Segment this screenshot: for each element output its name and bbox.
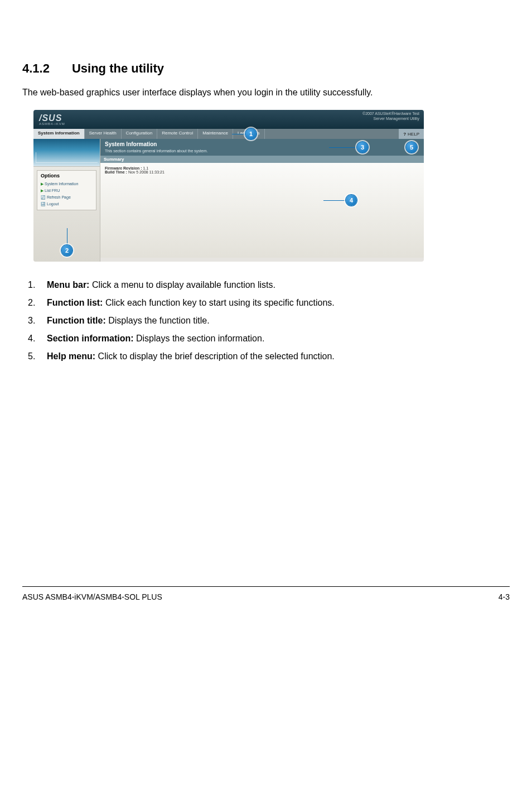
sidebar-item-refresh-page[interactable]: 🔄Refresh Page [41,194,93,201]
tab-server-health[interactable]: Server Health [85,129,122,139]
legend-item: 5. Help menu: Click to display the brief… [28,350,510,363]
legend-bold: Section information: [47,334,134,343]
help-button[interactable]: ? HELP [399,129,424,139]
refresh-icon: 🔄 [41,195,46,199]
legend-bold: Help menu: [47,351,95,361]
summary-bar: Summary [100,156,424,163]
legend-number: 5. [28,350,47,363]
sidebar-item-list-fru[interactable]: ▶List FRU [41,187,93,194]
legend-item: 3. Function title: Displays the function… [28,314,510,327]
legend-rest: Click a menu to display available functi… [89,280,275,290]
utility-screenshot: /SUS ASMB4-iKVM ©2007 ASUSteK®Hardware T… [33,110,424,262]
copyright-line: ©2007 ASUSteK®Hardware Test [362,111,419,116]
legend-rest: Displays the function title. [106,316,210,325]
section-title: Using the utility [72,61,164,75]
info-label: Firmware Revision : [105,166,142,170]
help-label: HELP [408,132,419,137]
legend-rest: Displays the section information. [134,334,265,343]
triangle-icon: ▶ [41,189,43,192]
legend-item: 4. Section information: Displays the sec… [28,332,510,345]
legend-item: 2. Function list: Click each function ke… [28,296,510,310]
section-information-panel: Firmware Revision : 1.1 Build Time : Nov… [100,163,424,258]
info-value: 1.1 [143,166,148,170]
main-panel: System Information This section contains… [100,139,424,262]
legend-bold: Function title: [47,316,106,325]
sidebar-item-system-information[interactable]: ▶System Information [41,181,93,187]
function-title-bar: System Information This section contains… [100,139,424,156]
sidebar-item-logout[interactable]: 🔚Logout [41,201,93,208]
sidebar-item-label: System Information [45,182,78,186]
legend-bold: Menu bar: [47,280,89,290]
callout-lead [323,200,346,201]
legend-rest: Click to display the brief description o… [95,351,335,361]
callout-lead [329,147,357,148]
logout-icon: 🔚 [41,202,46,206]
section-number: 4.1.2 [22,61,50,76]
page-footer: ASUS ASMB4-iKVM/ASMB4-SOL PLUS 4-3 [22,586,510,624]
sidebar-options-box: Options ▶System Information ▶List FRU 🔄R… [37,170,96,210]
intro-paragraph: The web-based graphics user interface di… [22,86,510,99]
sidebar-thumbnail [33,139,100,167]
tab-remote-control[interactable]: Remote Control [157,129,198,139]
legend-number: 2. [28,296,47,310]
sidebar-item-label: Refresh Page [47,195,71,199]
screenshot-header: /SUS ASMB4-iKVM ©2007 ASUSteK®Hardware T… [33,110,424,129]
legend-rest: Click each function key to start using i… [103,298,334,307]
info-value: Nov 5 2008 11:33:21 [128,170,165,174]
info-label: Build Time : [105,170,127,174]
asus-logo-text: /SUS [39,113,62,123]
copyright-corner: ©2007 ASUSteK®Hardware Test Server Manag… [362,111,419,121]
callout-lead [67,228,67,245]
legend-number: 4. [28,332,47,345]
info-row: Firmware Revision : 1.1 [105,166,419,170]
function-title-text: System Information [105,141,419,147]
product-subtitle: ASMB4-iKVM [39,122,418,126]
callout-lead [232,134,245,134]
footer-right: 4-3 [499,592,510,601]
copyright-line: Server Management Utility [362,116,419,121]
sidebar-heading: Options [41,173,93,179]
tab-configuration[interactable]: Configuration [122,129,158,139]
legend-number: 1. [28,278,47,292]
triangle-icon: ▶ [41,182,43,186]
menu-bar: System Information Server Health Configu… [33,129,424,139]
legend-list: 1. Menu bar: Click a menu to display ava… [22,278,510,363]
tab-maintenance[interactable]: Maintenance [198,129,233,139]
info-row: Build Time : Nov 5 2008 11:33:21 [105,170,419,174]
legend-item: 1. Menu bar: Click a menu to display ava… [28,278,510,292]
function-title-subtitle: This section contains general informatio… [105,149,207,153]
legend-bold: Function list: [47,298,103,307]
section-heading: 4.1.2Using the utility [22,61,510,76]
footer-left: ASUS ASMB4-iKVM/ASMB4-SOL PLUS [22,592,162,601]
legend-number: 3. [28,314,47,327]
sidebar-item-label: List FRU [45,189,60,192]
tab-system-information[interactable]: System Information [33,129,85,139]
help-icon: ? [403,132,406,137]
sidebar-item-label: Logout [47,202,59,206]
